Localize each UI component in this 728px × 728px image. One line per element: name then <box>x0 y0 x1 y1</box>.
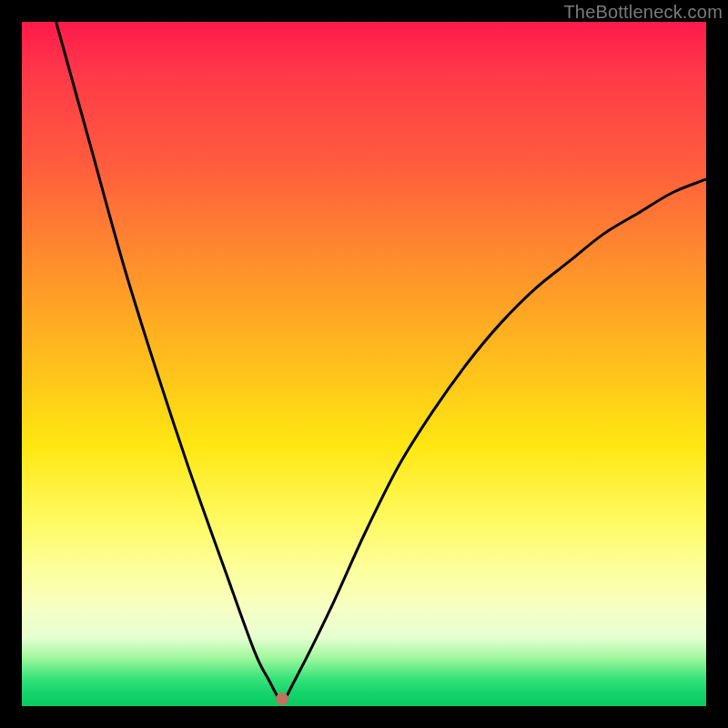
curve-line <box>56 22 706 699</box>
outer-frame: TheBottleneck.com <box>0 0 728 728</box>
bottleneck-curve <box>22 22 706 706</box>
minimum-marker-dot <box>276 693 288 705</box>
watermark-text: TheBottleneck.com <box>563 2 723 23</box>
